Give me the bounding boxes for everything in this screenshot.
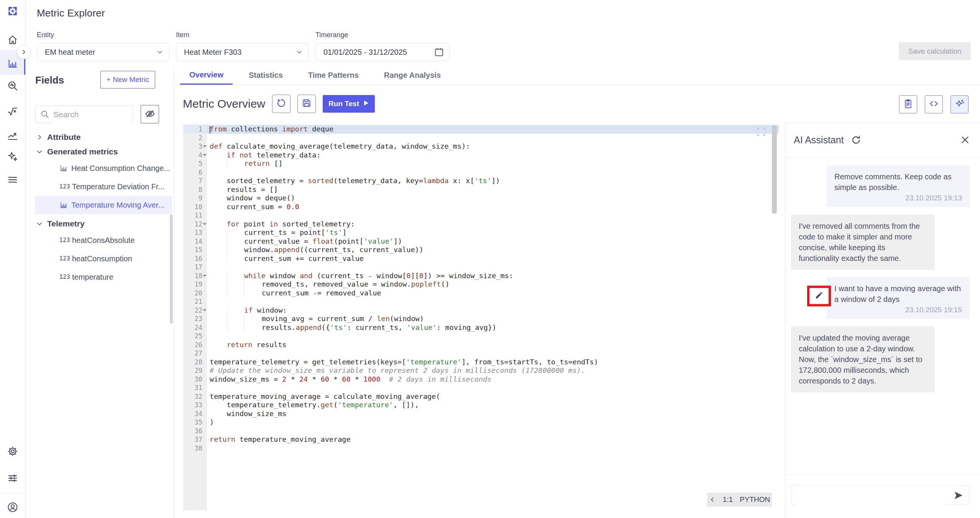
code-line[interactable]: 35) bbox=[183, 418, 779, 427]
tree-section-generated-metrics[interactable]: Generated metrics bbox=[25, 144, 174, 159]
code-line[interactable]: 3def calculate_moving_average(telemetry_… bbox=[183, 142, 779, 151]
sidebar-expand-button[interactable] bbox=[17, 45, 31, 59]
fold-caret-icon[interactable] bbox=[203, 145, 207, 148]
code-line[interactable]: 25 bbox=[183, 332, 779, 341]
code-view-button[interactable] bbox=[925, 95, 943, 113]
tab-time-patterns[interactable]: Time Patterns bbox=[299, 66, 368, 85]
line-number: 31 bbox=[183, 384, 207, 392]
code-line[interactable]: 33temperature_telemetry.get('temperature… bbox=[183, 401, 779, 410]
user-profile-icon[interactable] bbox=[7, 502, 18, 513]
tree-item-temperature[interactable]: 123temperature bbox=[35, 268, 172, 286]
fold-caret-icon[interactable] bbox=[203, 309, 207, 311]
line-number: 5 bbox=[183, 159, 207, 168]
message-timestamp: 23.10.2025 19:13 bbox=[834, 194, 962, 202]
tree-item-temperature-moving-aver[interactable]: Temperature Moving Aver... bbox=[35, 196, 172, 214]
tree-item-heatconsabsolute[interactable]: 123heatConsAbsolute bbox=[35, 231, 172, 249]
sparkles-ai-icon[interactable] bbox=[7, 151, 18, 162]
code-line[interactable]: 31 bbox=[183, 384, 779, 392]
fold-caret-icon[interactable] bbox=[203, 154, 207, 156]
code-line[interactable]: 22if window: bbox=[183, 306, 779, 315]
timerange-picker[interactable]: 01/01/2025 - 31/12/2025 bbox=[315, 43, 450, 61]
search-analyze-icon[interactable] bbox=[7, 80, 18, 92]
code-line[interactable]: 29# Update the window_size_ms variable t… bbox=[183, 366, 779, 375]
code-line[interactable]: 27 bbox=[183, 349, 779, 358]
line-number: 6 bbox=[183, 168, 207, 177]
refresh-chat-icon[interactable] bbox=[851, 135, 861, 145]
tree-item-heatconsumption[interactable]: 123heatConsumption bbox=[35, 249, 172, 268]
menu-list-icon[interactable] bbox=[7, 174, 18, 185]
code-line[interactable]: 30window_size_ms = 2 * 24 * 60 * 60 * 10… bbox=[183, 375, 779, 384]
code-line[interactable]: 9window = deque() bbox=[183, 194, 779, 203]
tab-range-analysis[interactable]: Range Analysis bbox=[375, 66, 450, 85]
code-line[interactable]: 12for point in sorted_telemetry: bbox=[183, 220, 779, 229]
chat-input[interactable] bbox=[796, 486, 946, 505]
tree-section-attribute[interactable]: Attribute bbox=[25, 130, 174, 144]
line-number: 2 bbox=[183, 134, 207, 143]
entity-select[interactable]: EM heat meter bbox=[37, 43, 169, 61]
code-line[interactable]: 20current_sum -= removed_value bbox=[183, 289, 779, 298]
code-line[interactable]: 34window_size_ms bbox=[183, 410, 779, 418]
fields-scrollbar[interactable] bbox=[170, 215, 173, 324]
code-line[interactable]: 2 bbox=[183, 134, 779, 143]
gear-icon[interactable] bbox=[7, 446, 18, 457]
code-line[interactable]: 1from collections import deque bbox=[183, 125, 779, 134]
clipboard-button[interactable] bbox=[899, 95, 917, 113]
code-line[interactable]: 36 bbox=[183, 427, 779, 436]
code-line[interactable]: 11 bbox=[183, 211, 779, 220]
line-number: 22 bbox=[183, 306, 207, 315]
editor-scrollbar[interactable] bbox=[772, 125, 777, 214]
run-test-button[interactable]: Run Test bbox=[323, 95, 375, 113]
code-line[interactable]: 17 bbox=[183, 263, 779, 272]
tree-section-telemetry[interactable]: Telemetry bbox=[25, 216, 174, 231]
code-line[interactable]: 4if not telemetry_data: bbox=[183, 151, 779, 160]
code-line[interactable]: 8results = [] bbox=[183, 185, 779, 194]
code-line[interactable]: 18while window and (current_ts - window[… bbox=[183, 272, 779, 280]
tab-overview[interactable]: Overview bbox=[180, 66, 233, 85]
ai-assistant-button[interactable] bbox=[950, 95, 969, 113]
formula-sqrt-icon[interactable] bbox=[7, 106, 18, 117]
code-line[interactable]: 32temperature_moving_average = calculate… bbox=[183, 392, 779, 401]
code-editor[interactable]: 1from collections import deque23def calc… bbox=[183, 124, 779, 510]
home-icon[interactable] bbox=[7, 34, 18, 46]
tab-statistics[interactable]: Statistics bbox=[240, 66, 292, 85]
new-metric-button[interactable]: + New Metric bbox=[100, 71, 155, 89]
sliders-icon[interactable] bbox=[7, 472, 18, 484]
save-code-button[interactable] bbox=[297, 95, 316, 113]
code-line[interactable]: 13current_ts = point['ts'] bbox=[183, 228, 779, 237]
code-line[interactable]: 14current_value = float(point['value']) bbox=[183, 237, 779, 246]
code-line[interactable]: 24results.append({'ts': current_ts, 'val… bbox=[183, 323, 779, 332]
code-line[interactable]: 38 bbox=[183, 444, 779, 453]
code-line[interactable]: 6 bbox=[183, 168, 779, 177]
code-line[interactable]: 19removed_ts, removed_value = window.pop… bbox=[183, 280, 779, 289]
code-line[interactable]: 5return [] bbox=[183, 159, 779, 168]
code-line[interactable]: 21 bbox=[183, 297, 779, 306]
code-line[interactable]: 16current_sum += current_value bbox=[183, 254, 779, 263]
app-logo-icon[interactable] bbox=[7, 5, 19, 17]
code-line[interactable]: 23moving_avg = current_sum / len(window) bbox=[183, 315, 779, 323]
fullscreen-editor-icon[interactable] bbox=[756, 126, 767, 137]
save-calculation-button[interactable]: Save calculation bbox=[899, 42, 971, 60]
line-number: 29 bbox=[183, 366, 207, 375]
send-icon[interactable] bbox=[954, 490, 964, 500]
line-number: 3 bbox=[183, 142, 207, 151]
item-select[interactable]: Heat Meter F303 bbox=[176, 43, 309, 61]
code-line[interactable]: 28temperature_telemetry = get_telemetrie… bbox=[183, 358, 779, 367]
close-icon[interactable] bbox=[960, 135, 970, 145]
tree-item-heat-consumption-change[interactable]: Heat Consumption Change... bbox=[35, 159, 172, 177]
fold-caret-icon[interactable] bbox=[203, 275, 207, 277]
code-line[interactable]: 7sorted_telemetry = sorted(telemetry_dat… bbox=[183, 177, 779, 185]
code-line[interactable]: 15window.append((current_ts, current_val… bbox=[183, 246, 779, 254]
bar-chart-nav-icon[interactable] bbox=[7, 58, 18, 69]
search-input[interactable] bbox=[53, 106, 131, 123]
edit-message-button[interactable] bbox=[813, 290, 826, 303]
code-line[interactable]: 37return temperature_moving_average bbox=[183, 435, 779, 444]
tree-item-temperature-deviation-fr[interactable]: 123Temperature Deviation Fr... bbox=[35, 177, 172, 196]
trend-chart-icon[interactable] bbox=[7, 130, 18, 141]
code-line[interactable]: 10current_sum = 0.0 bbox=[183, 203, 779, 211]
chevron-left-icon[interactable] bbox=[709, 496, 716, 503]
fold-caret-icon[interactable] bbox=[203, 223, 207, 225]
fields-title: Fields bbox=[35, 74, 64, 86]
code-line[interactable]: 26return results bbox=[183, 341, 779, 349]
hide-fields-button[interactable] bbox=[141, 105, 159, 123]
refresh-button[interactable] bbox=[272, 95, 291, 113]
